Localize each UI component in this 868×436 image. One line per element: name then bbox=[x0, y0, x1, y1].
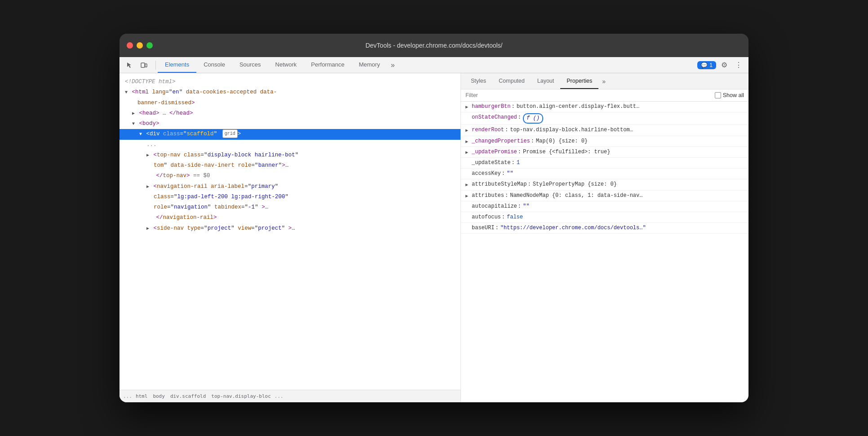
breadcrumb-scaffold[interactable]: div.scaffold bbox=[168, 393, 208, 399]
main-content: <!DOCTYPE html> <html lang="en" data-coo… bbox=[120, 73, 748, 402]
svg-rect-1 bbox=[145, 64, 147, 67]
prop-val-attributeStyleMap: StylePropertyMap {size: 0} bbox=[533, 180, 617, 189]
tree-nav-rail-close[interactable]: </navigation-rail> bbox=[120, 213, 461, 223]
autofocus-triangle bbox=[465, 213, 472, 214]
prop-accessKey[interactable]: accessKey : "" bbox=[461, 169, 748, 179]
prop-updateState[interactable]: _updateState : 1 bbox=[461, 158, 748, 169]
device-toggle-button[interactable] bbox=[137, 59, 150, 71]
maximize-button[interactable] bbox=[146, 42, 153, 49]
tab-computed[interactable]: Computed bbox=[492, 73, 531, 89]
prop-val-onStateChanged[interactable]: f () bbox=[523, 113, 543, 124]
tab-console[interactable]: Console bbox=[196, 57, 232, 73]
html-close-bracket: > bbox=[191, 100, 195, 106]
prop-name-accessKey: accessKey bbox=[472, 169, 501, 178]
tab-elements[interactable]: Elements bbox=[158, 57, 196, 73]
updateState-triangle bbox=[465, 159, 472, 160]
panel-tabs: Styles Computed Layout Properties » bbox=[461, 73, 748, 89]
tab-styles[interactable]: Styles bbox=[465, 73, 492, 89]
tab-network[interactable]: Network bbox=[268, 57, 304, 73]
breadcrumb-html[interactable]: html bbox=[134, 393, 150, 399]
tree-side-nav[interactable]: <side-nav type="project" view="project" … bbox=[120, 223, 461, 234]
settings-button[interactable]: ⚙ bbox=[718, 59, 731, 71]
more-options-button[interactable]: ⋮ bbox=[732, 59, 745, 71]
prop-val-changedProperties: Map(0) {size: 0} bbox=[536, 137, 588, 146]
prop-autocapitalize[interactable]: autocapitalize : "" bbox=[461, 201, 748, 212]
properties-list[interactable]: hamburgerBtn : button.align-center.displ… bbox=[461, 102, 748, 402]
hamburgerBtn-triangle[interactable] bbox=[465, 102, 472, 111]
prop-name-attributes: attributes bbox=[472, 191, 504, 200]
prop-changedProperties[interactable]: _changedProperties : Map(0) {size: 0} bbox=[461, 136, 748, 147]
toolbar-divider bbox=[155, 61, 156, 70]
tree-scaffold[interactable]: <div class="scaffold" grid> bbox=[120, 129, 461, 139]
doctype-text: <!DOCTYPE html> bbox=[125, 79, 176, 85]
properties-panel: Styles Computed Layout Properties » Show… bbox=[461, 73, 748, 402]
changedProperties-triangle[interactable] bbox=[465, 137, 472, 146]
chat-badge[interactable]: 💬 1 bbox=[697, 61, 716, 69]
toolbar-icons bbox=[123, 59, 150, 71]
tab-properties[interactable]: Properties bbox=[560, 73, 598, 89]
prop-val-autofocus: false bbox=[507, 213, 523, 222]
breadcrumb-body[interactable]: body bbox=[151, 393, 167, 399]
tree-top-nav-open[interactable]: <top-nav class="display-block hairline-b… bbox=[120, 150, 461, 160]
prop-onStateChanged[interactable]: onStateChanged : f () bbox=[461, 112, 748, 125]
body-tag: <body> bbox=[139, 120, 159, 127]
tree-doctype[interactable]: <!DOCTYPE html> bbox=[120, 77, 461, 87]
head-close: </head> bbox=[169, 110, 193, 116]
baseURI-triangle bbox=[465, 224, 472, 225]
prop-autofocus[interactable]: autofocus : false bbox=[461, 212, 748, 223]
breadcrumb-bar: ... html body div.scaffold top-nav.displ… bbox=[120, 390, 461, 402]
close-button[interactable] bbox=[127, 42, 133, 49]
tree-html-cont[interactable]: banner-dismissed> bbox=[120, 98, 461, 108]
breadcrumb-topnav[interactable]: top-nav.display-bloc bbox=[209, 393, 272, 399]
toolbar-right: 💬 1 ⚙ ⋮ bbox=[697, 59, 745, 71]
head-triangle bbox=[132, 110, 135, 117]
updatePromise-triangle[interactable] bbox=[465, 148, 472, 156]
window-controls bbox=[127, 42, 153, 49]
tree-top-nav-attrs[interactable]: tom" data-side-nav-inert role="banner">… bbox=[120, 160, 461, 171]
tree-top-nav-close[interactable]: </top-nav> == $0 bbox=[120, 171, 461, 181]
tab-performance[interactable]: Performance bbox=[304, 57, 351, 73]
tree-html[interactable]: <html lang="en" data-cookies-accepted da… bbox=[120, 87, 461, 98]
prop-attributeStyleMap[interactable]: attributeStyleMap : StylePropertyMap {si… bbox=[461, 179, 748, 190]
tree-nav-rail-attrs[interactable]: class="lg:pad-left-200 lg:pad-right-200" bbox=[120, 192, 461, 202]
show-all-checkbox[interactable] bbox=[715, 92, 721, 98]
show-all-label: Show all bbox=[715, 92, 744, 98]
head-tag: <head> bbox=[139, 110, 159, 116]
prop-val-autocapitalize: "" bbox=[523, 202, 529, 211]
tab-sources[interactable]: Sources bbox=[232, 57, 268, 73]
prop-name-onStateChanged: onStateChanged bbox=[472, 113, 517, 122]
tree-nav-rail-open[interactable]: <navigation-rail aria-label="primary" bbox=[120, 182, 461, 192]
prop-name-autocapitalize: autocapitalize bbox=[472, 202, 517, 211]
scaffold-class-attr: class bbox=[163, 131, 180, 137]
filter-input[interactable] bbox=[465, 92, 711, 98]
prop-baseURI[interactable]: baseURI : "https://developer.chrome.com/… bbox=[461, 223, 748, 234]
nav-rail-triangle bbox=[146, 183, 149, 191]
tab-memory[interactable]: Memory bbox=[352, 57, 387, 73]
minimize-button[interactable] bbox=[137, 42, 143, 49]
prop-name-renderRoot: renderRoot bbox=[472, 126, 504, 134]
onStateChanged-triangle bbox=[465, 113, 472, 115]
attributes-triangle[interactable] bbox=[465, 191, 472, 200]
tab-layout[interactable]: Layout bbox=[531, 73, 561, 89]
html-triangle bbox=[125, 89, 128, 96]
prop-name-updateState: _updateState bbox=[472, 159, 510, 167]
prop-renderRoot[interactable]: renderRoot : top-nav.display-block.hairl… bbox=[461, 125, 748, 136]
prop-hamburgerBtn[interactable]: hamburgerBtn : button.align-center.displ… bbox=[461, 102, 748, 112]
elements-tree[interactable]: <!DOCTYPE html> <html lang="en" data-coo… bbox=[120, 73, 461, 390]
prop-updatePromise[interactable]: _updatePromise : Promise {<fulfilled>: t… bbox=[461, 147, 748, 158]
devtools-container: Elements Console Sources Network Perform… bbox=[120, 57, 748, 402]
tree-ellipsis[interactable]: ... bbox=[120, 140, 461, 150]
html-cookies-attr: data-cookies-accepted bbox=[186, 89, 257, 95]
more-tabs-button[interactable]: » bbox=[387, 57, 399, 73]
tree-nav-rail-role[interactable]: role="navigation" tabindex="-1" >… bbox=[120, 202, 461, 213]
html-open-bracket: < bbox=[132, 89, 136, 95]
tree-body[interactable]: <body> bbox=[120, 119, 461, 129]
tree-head[interactable]: <head> … </head> bbox=[120, 108, 461, 119]
more-panel-tabs[interactable]: » bbox=[598, 73, 609, 89]
prop-name-hamburgerBtn: hamburgerBtn bbox=[472, 102, 510, 111]
dollar-ref: == $0 bbox=[193, 173, 210, 179]
cursor-icon-button[interactable] bbox=[123, 59, 136, 71]
renderRoot-triangle[interactable] bbox=[465, 126, 472, 134]
prop-attributes[interactable]: attributes : NamedNodeMap {0: class, 1: … bbox=[461, 191, 748, 201]
attributeStyleMap-triangle[interactable] bbox=[465, 180, 472, 189]
